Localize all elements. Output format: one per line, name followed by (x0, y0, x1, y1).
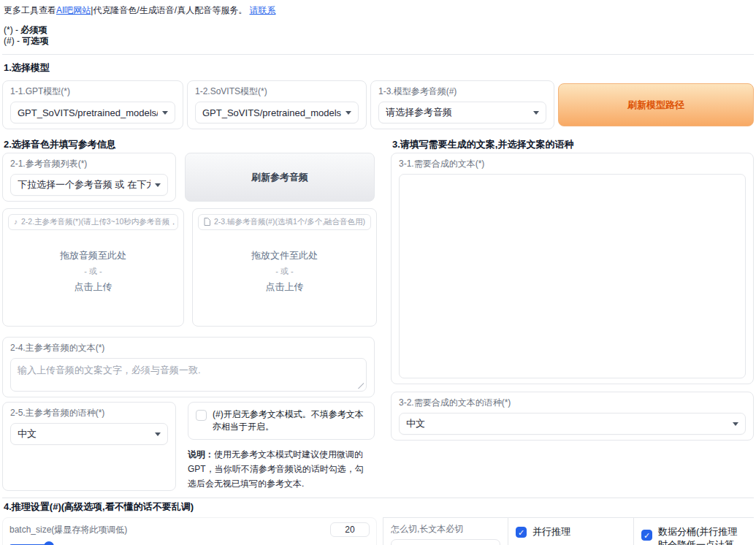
main-ref-text-block: 2-4.主参考音频的文本(*) 输入上传音频的文案文字，必须与音频一致. (2, 337, 375, 397)
parallel-label: 并行推理 (532, 525, 570, 538)
chevron-down-icon (155, 432, 161, 436)
main-ref-text-label: 2-4.主参考音频的文本(*) (10, 343, 367, 353)
ref-list-select[interactable]: 下拉选择一个参考音频 或 在下方自己上传 (10, 174, 168, 196)
main-columns: 2-1.参考音频列表(*) 下拉选择一个参考音频 或 在下方自己上传 刷新参考音… (2, 153, 754, 491)
gpt-model-select[interactable]: GPT_SoVITS/pretrained_models/s1bert25hz-… (10, 102, 175, 123)
topbar-middle: |代克隆音色/生成语音/真人配音等服务。 (91, 5, 247, 15)
divider (2, 54, 754, 55)
app-page: 更多工具查看AI吧网站|代克隆音色/生成语音/真人配音等服务。 请联系 (*) … (0, 0, 756, 545)
section4-grid: batch_size(爆显存将此项调低) 20 分段间隔(秒) 0.3 (2, 517, 754, 545)
chevron-down-icon (533, 111, 539, 115)
batch-size-input[interactable]: 20 (330, 522, 370, 537)
cut-method-label: 怎么切,长文本必切 (391, 524, 500, 534)
parallel-checkbox[interactable] (516, 527, 527, 538)
section4: 4.推理设置(#)(高级选项,看不懂的话不要乱调) batch_size(爆显存… (2, 498, 754, 545)
model-ref-audio-label: 1-3.模型参考音频(#) (378, 86, 546, 96)
chevron-down-icon (162, 111, 168, 115)
bucket-checkbox[interactable] (641, 530, 652, 541)
gpt-model-label: 1-1.GPT模型(*) (10, 86, 175, 96)
section1-title: 1.选择模型 (2, 61, 754, 75)
legend: (*) - 必须项 (#) - 可选项 (2, 25, 754, 47)
site-link[interactable]: AI吧网站 (56, 5, 91, 15)
main-ref-lang-select[interactable]: 中文 (10, 423, 168, 445)
model-ref-audio-select[interactable]: 请选择参考音频 (378, 102, 546, 123)
main-ref-lang-label: 2-5.主参考音频的语种(*) (10, 408, 168, 418)
aux-upload-label: 2-3.辅参考音频(#)(选填1个/多个,融合音色用) (198, 214, 371, 230)
contact-link[interactable]: 请联系 (249, 5, 275, 15)
music-note-icon: ♪ (14, 218, 18, 226)
chevron-down-icon (155, 183, 161, 187)
gpt-model-block: 1-1.GPT模型(*) GPT_SoVITS/pretrained_model… (2, 80, 183, 129)
options-table: 怎么切,长文本必切 凑四句一切 并行推理 (383, 517, 754, 545)
main-upload-droparea[interactable]: 拖放音频至此处 - 或 - 点击上传 (3, 249, 183, 294)
sliders-column: batch_size(爆显存将此项调低) 20 分段间隔(秒) 0.3 (2, 517, 377, 545)
topbar-prefix: 更多工具查看 (4, 5, 56, 15)
main-ref-audio-upload: ♪ 2-2.主参考音频(*)(请上传3~10秒内参考音频，超过会报错！) 拖放音… (2, 208, 184, 327)
topbar: 更多工具查看AI吧网站|代克隆音色/生成语音/真人配音等服务。 请联系 (2, 4, 754, 17)
target-lang-select[interactable]: 中文 (399, 413, 746, 435)
main-upload-label: ♪ 2-2.主参考音频(*)(请上传3~10秒内参考音频，超过会报错！) (8, 214, 178, 230)
section4-title: 4.推理设置(#)(高级选项,看不懂的话不要乱调) (2, 500, 754, 514)
noref-mode-checkbox[interactable] (196, 410, 207, 421)
chevron-down-icon (733, 422, 738, 426)
main-ref-lang-block: 2-5.主参考音频的语种(*) 中文 (2, 402, 176, 491)
legend-optional: (#) - 可选项 (4, 36, 754, 47)
legend-required: (*) - 必须项 (4, 25, 754, 36)
ref-list-label: 2-1.参考音频列表(*) (10, 159, 168, 169)
section2-column: 2-1.参考音频列表(*) 下拉选择一个参考音频 或 在下方自己上传 刷新参考音… (2, 153, 375, 491)
sovits-model-label: 1-2.SoVITS模型(*) (195, 86, 359, 96)
lang-and-noref-row: 2-5.主参考音频的语种(*) 中文 (#)开启无参考文本模式。不填参考文本亦相… (2, 402, 375, 491)
aux-upload-droparea[interactable]: 拖放文件至此处 - 或 - 点击上传 (193, 249, 376, 294)
target-lang-block: 3-2.需要合成的文本的语种(*) 中文 (391, 392, 754, 441)
target-text-input[interactable] (399, 174, 746, 378)
refresh-ref-audio-button[interactable]: 刷新参考音频 (185, 153, 375, 202)
upload-row: ♪ 2-2.主参考音频(*)(请上传3~10秒内参考音频，超过会报错！) 拖放音… (2, 208, 375, 327)
bucket-label: 数据分桶(并行推理时会降低一点计算量) (658, 525, 747, 545)
aux-ref-audio-upload: 2-3.辅参考音频(#)(选填1个/多个,融合音色用) 拖放文件至此处 - 或 … (192, 208, 377, 327)
options-row-1: 怎么切,长文本必切 凑四句一切 并行推理 (383, 518, 754, 545)
refresh-model-path-button[interactable]: 刷新模型路径 (558, 83, 754, 126)
target-text-label: 3-1.需要合成的文本(*) (399, 159, 746, 169)
ref-list-row: 2-1.参考音频列表(*) 下拉选择一个参考音频 或 在下方自己上传 刷新参考音… (2, 153, 375, 202)
chevron-down-icon (345, 111, 351, 115)
cut-method-cell: 怎么切,长文本必切 凑四句一切 (383, 518, 508, 545)
noref-mode-row: (#)开启无参考文本模式。不填参考文本亦相当于开启。 (188, 402, 375, 440)
noref-column: (#)开启无参考文本模式。不填参考文本亦相当于开启。 说明：使用无参考文本模式时… (188, 402, 375, 491)
bucket-cell: 数据分桶(并行推理时会降低一点计算量) (633, 518, 754, 545)
main-ref-text-input[interactable]: 输入上传音频的文案文字，必须与音频一致. (10, 358, 367, 392)
batch-size-label: batch_size(爆显存将此项调低) (9, 525, 127, 535)
sovits-model-block: 1-2.SoVITS模型(*) GPT_SoVITS/pretrained_mo… (187, 80, 367, 129)
slider-handle[interactable] (44, 541, 54, 545)
section-headings: 2.选择音色并填写参考信息 3.请填写需要生成的文案,并选择文案的语种 (2, 138, 754, 151)
section3-column: 3-1.需要合成的文本(*) 3-2.需要合成的文本的语种(*) 中文 (391, 153, 754, 441)
cut-method-select[interactable]: 凑四句一切 (391, 539, 500, 545)
resize-grip-icon[interactable] (357, 382, 364, 389)
target-text-block: 3-1.需要合成的文本(*) (391, 153, 754, 384)
noref-note: 说明：使用无参考文本模式时建议使用微调的GPT，当你听不清参考音频说的话时勾选，… (188, 447, 375, 491)
model-row: 1-1.GPT模型(*) GPT_SoVITS/pretrained_model… (2, 80, 754, 129)
target-lang-label: 3-2.需要合成的文本的语种(*) (399, 397, 746, 408)
noref-mode-label: (#)开启无参考文本模式。不填参考文本亦相当于开启。 (213, 408, 367, 433)
ref-list-block: 2-1.参考音频列表(*) 下拉选择一个参考音频 或 在下方自己上传 (2, 153, 176, 202)
parallel-cell: 并行推理 (508, 518, 633, 545)
model-ref-audio-block: 1-3.模型参考音频(#) 请选择参考音频 (370, 80, 554, 129)
batch-size-slider[interactable] (9, 541, 370, 545)
batch-size-block: batch_size(爆显存将此项调低) 20 (2, 517, 377, 545)
section2-title: 2.选择音色并填写参考信息 (2, 138, 375, 151)
file-icon (204, 218, 210, 227)
section3-title: 3.请填写需要生成的文案,并选择文案的语种 (391, 138, 754, 151)
sovits-model-select[interactable]: GPT_SoVITS/pretrained_models/s2G488k.pth (195, 102, 359, 123)
